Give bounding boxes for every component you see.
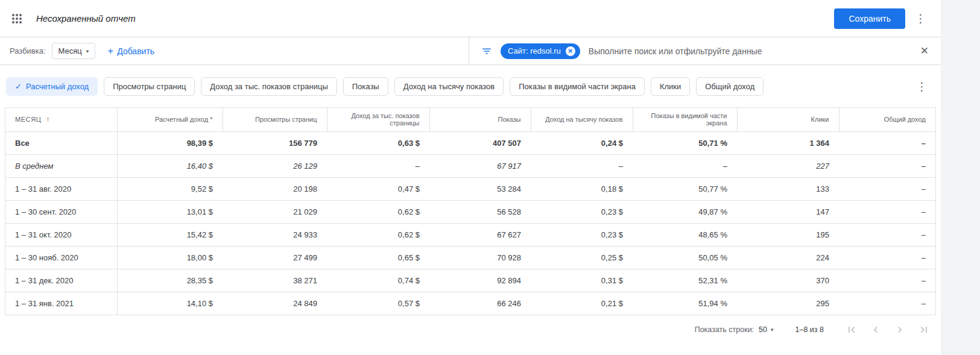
breakdown-value: Месяц xyxy=(58,46,82,55)
value-cell: 26 129 xyxy=(223,154,327,177)
metric-tab[interactable]: ✓ Клики xyxy=(651,77,690,96)
value-cell: 15,42 $ xyxy=(117,223,223,246)
column-header-month[interactable]: МЕСЯЦ ↑ xyxy=(5,108,117,131)
value-cell: 49,87 % xyxy=(633,200,737,223)
row-label-cell: 1 – 31 янв. 2021 xyxy=(5,292,117,315)
value-cell: 0,23 $ xyxy=(531,200,633,223)
breakdown-select[interactable]: Месяц ▾ xyxy=(52,43,96,59)
check-icon: ✓ xyxy=(15,82,22,91)
value-cell: 20 198 xyxy=(223,177,327,200)
value-cell: 98,39 $ xyxy=(117,131,223,154)
metric-tab[interactable]: ✓ Доход на тысячу показов xyxy=(394,77,504,96)
metric-tab[interactable]: ✓ Показы xyxy=(343,77,388,96)
table-header-row: МЕСЯЦ ↑ Расчетный доход * Просмотры стра… xyxy=(5,108,935,131)
value-cell: 0,74 $ xyxy=(327,269,429,292)
table-row: 1 – 31 дек. 202028,35 $38 2710,74 $92 89… xyxy=(5,269,935,292)
value-cell: 295 xyxy=(737,292,839,315)
row-label-cell: 1 – 30 сент. 2020 xyxy=(5,200,117,223)
row-label-cell: 1 – 31 авг. 2020 xyxy=(5,177,117,200)
previous-page-button[interactable] xyxy=(868,322,883,337)
value-cell: 0,65 $ xyxy=(327,246,429,269)
table-row: 1 – 31 окт. 202015,42 $24 9330,62 $67 62… xyxy=(5,223,935,246)
value-cell: – xyxy=(839,177,935,200)
value-cell: 156 779 xyxy=(223,131,327,154)
value-cell: 16,40 $ xyxy=(117,154,223,177)
metric-tab[interactable]: ✓ Доход за тыс. показов страницы xyxy=(201,77,337,96)
chevron-down-icon: ▾ xyxy=(771,327,774,333)
column-header[interactable]: Расчетный доход * xyxy=(117,108,223,131)
value-cell: 38 271 xyxy=(223,269,327,292)
value-cell: 9,52 $ xyxy=(117,177,223,200)
value-cell: – xyxy=(327,154,429,177)
value-cell: 21 029 xyxy=(223,200,327,223)
rows-per-page-label: Показать строки: xyxy=(695,325,754,334)
first-page-button[interactable] xyxy=(844,322,859,337)
value-cell: 0,23 $ xyxy=(531,223,633,246)
value-cell: 1 364 xyxy=(737,131,839,154)
table-row: 1 – 31 авг. 20209,52 $20 1980,47 $53 284… xyxy=(5,177,935,200)
close-filter-icon[interactable]: ✕ xyxy=(917,42,932,60)
value-cell: 195 xyxy=(737,223,839,246)
row-label-cell: В среднем xyxy=(5,154,117,177)
rows-per-page-select[interactable]: 50 ▾ xyxy=(759,325,773,334)
plus-icon: + xyxy=(107,46,113,56)
value-cell: 224 xyxy=(737,246,839,269)
metric-tab[interactable]: ✓ Просмотры страниц xyxy=(104,77,195,96)
site-filter-chip[interactable]: Сайт: redsol.ru ✕ xyxy=(501,43,580,59)
value-cell: 14,10 $ xyxy=(117,292,223,315)
value-cell: – xyxy=(839,246,935,269)
table-row: Все98,39 $156 7790,63 $407 5070,24 $50,7… xyxy=(5,131,935,154)
add-dimension-button[interactable]: + Добавить xyxy=(107,46,154,56)
value-cell: 66 246 xyxy=(429,292,531,315)
row-label-cell: Все xyxy=(5,131,117,154)
value-cell: 370 xyxy=(737,269,839,292)
value-cell: 67 627 xyxy=(429,223,531,246)
column-header[interactable]: Клики xyxy=(737,108,839,131)
value-cell: 51,94 % xyxy=(633,292,737,315)
breakdown-label: Разбивка: xyxy=(10,46,46,55)
pagination-range: 1–8 из 8 xyxy=(795,325,824,334)
value-cell: 50,71 % xyxy=(633,131,737,154)
column-header[interactable]: Доход за тыс. показов страницы xyxy=(327,108,429,131)
chips-more-options-icon[interactable]: ⋮ xyxy=(911,77,932,96)
table-row: В среднем16,40 $26 129–67 917––227– xyxy=(5,154,935,177)
row-label-cell: 1 – 30 нояб. 2020 xyxy=(5,246,117,269)
column-header[interactable]: Показы xyxy=(429,108,531,131)
save-button[interactable]: Сохранить xyxy=(834,8,905,29)
value-cell: 13,01 $ xyxy=(117,200,223,223)
chevron-down-icon: ▾ xyxy=(86,48,89,54)
report-toolbar: Разбивка: Месяц ▾ + Добавить Сайт: redso… xyxy=(0,37,941,65)
column-header[interactable]: Показы в видимой части экрана xyxy=(633,108,737,131)
value-cell: 0,18 $ xyxy=(531,177,633,200)
filter-search-input[interactable] xyxy=(589,46,917,56)
breakdown-section: Разбивка: Месяц ▾ + Добавить xyxy=(0,37,469,64)
value-cell: 92 894 xyxy=(429,269,531,292)
column-header[interactable]: Просмотры страниц xyxy=(223,108,327,131)
remove-filter-icon[interactable]: ✕ xyxy=(566,46,575,56)
more-options-icon[interactable]: ⋮ xyxy=(910,9,931,28)
metric-tab[interactable]: ✓ Показы в видимой части экрана xyxy=(510,77,645,96)
value-cell: 0,63 $ xyxy=(327,131,429,154)
value-cell: 18,00 $ xyxy=(117,246,223,269)
filter-icon xyxy=(481,46,492,57)
value-cell: 0,57 $ xyxy=(327,292,429,315)
column-header[interactable]: Доход на тысячу показов xyxy=(531,108,633,131)
metric-tab[interactable]: ✓ Расчетный доход xyxy=(6,77,98,96)
value-cell: 28,35 $ xyxy=(117,269,223,292)
value-cell: – xyxy=(531,154,633,177)
last-page-button[interactable] xyxy=(917,322,931,337)
apps-grid-icon[interactable] xyxy=(10,11,24,26)
value-cell: – xyxy=(839,200,935,223)
value-cell: 0,62 $ xyxy=(327,223,429,246)
column-header[interactable]: Общий доход xyxy=(839,108,935,131)
value-cell: 70 928 xyxy=(429,246,531,269)
pagination-controls xyxy=(844,322,931,337)
value-cell: 147 xyxy=(737,200,839,223)
row-label-cell: 1 – 31 окт. 2020 xyxy=(5,223,117,246)
value-cell: 0,47 $ xyxy=(327,177,429,200)
value-cell: 0,21 $ xyxy=(531,292,633,315)
sort-ascending-icon: ↑ xyxy=(46,115,50,124)
metric-tab[interactable]: ✓ Общий доход xyxy=(696,77,763,96)
next-page-button[interactable] xyxy=(893,322,907,337)
report-table-body: Все98,39 $156 7790,63 $407 5070,24 $50,7… xyxy=(5,131,935,315)
